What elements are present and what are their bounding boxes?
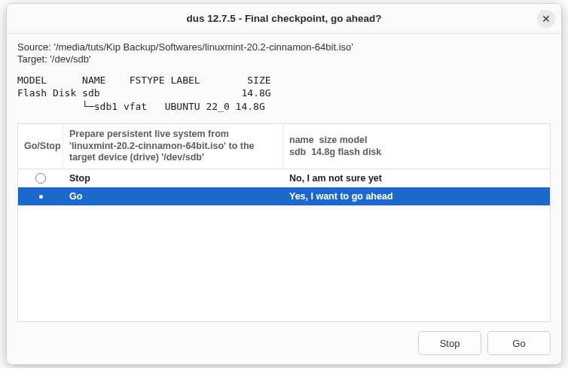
table-header-device[interactable]: name size model sdb 14.8g flash disk [283,124,550,169]
row-action: Stop [63,169,283,188]
close-icon: ✕ [542,14,551,24]
row-action: Go [63,187,283,206]
radio-cell[interactable] [18,173,63,184]
dialog-content: Source: '/media/tuts/Kip Backup/Software… [7,34,561,364]
source-line: Source: '/media/tuts/Kip Backup/Software… [17,41,551,53]
info-block: Source: '/media/tuts/Kip Backup/Software… [17,41,551,66]
window-title: dus 12.7.5 - Final checkpoint, go ahead? [187,13,382,24]
dialog-window: dus 12.7.5 - Final checkpoint, go ahead?… [6,3,562,365]
row-desc: No, I am not sure yet [283,169,550,188]
options-table: Go/Stop Prepare persistent live system f… [17,123,551,322]
radio-selected-icon [39,195,43,199]
row-desc: Yes, I want to go ahead [283,187,550,206]
table-header-row: Go/Stop Prepare persistent live system f… [18,124,550,169]
table-header-gostop[interactable]: Go/Stop [18,124,63,169]
radio-unselected-icon [35,173,46,184]
go-button[interactable]: Go [487,331,551,355]
titlebar: dus 12.7.5 - Final checkpoint, go ahead?… [7,4,561,34]
table-row[interactable]: Stop No, I am not sure yet [18,169,550,187]
dialog-footer: Stop Go [17,331,551,355]
stop-button[interactable]: Stop [418,331,481,355]
radio-cell[interactable] [18,195,63,199]
table-header-prepare[interactable]: Prepare persistent live system from 'lin… [63,124,283,169]
device-table: MODEL NAME FSTYPE LABEL SIZE Flash Disk … [17,74,551,114]
target-line: Target: '/dev/sdb' [17,53,551,65]
table-row[interactable]: Go Yes, I want to go ahead [18,187,550,205]
close-button[interactable]: ✕ [537,10,555,28]
